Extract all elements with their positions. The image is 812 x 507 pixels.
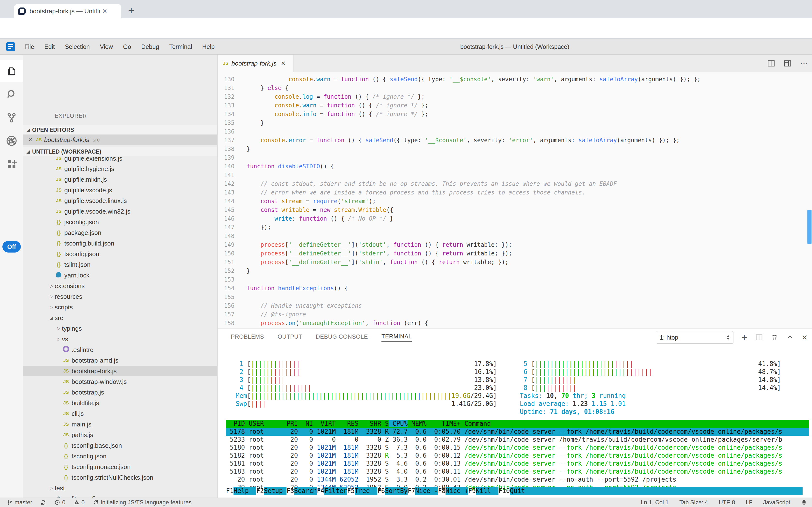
tree-item-gulpfile.hygiene.js[interactable]: JSgulpfile.hygiene.js (23, 164, 217, 174)
tree-item-buildfile.js[interactable]: JSbuildfile.js (23, 398, 217, 408)
warnings-item[interactable]: 0 (74, 499, 84, 506)
close-panel-icon[interactable]: ✕ (802, 333, 808, 342)
terminal[interactable]: 1 [||||||||||||| 17.8%] 2 [|||||||||||||… (217, 346, 812, 498)
chevron-closed-icon[interactable]: ▷ (56, 336, 62, 342)
process-row-5180[interactable]: 5180 root 20 0 1021M 181M 3328 S 7.3 0.6… (226, 444, 809, 452)
split-editor-icon[interactable] (767, 59, 775, 67)
open-editors-header[interactable]: ◢ OPEN EDITORS (23, 125, 217, 134)
tree-item-jsconfig.json[interactable]: {}jsconfig.json (23, 217, 217, 227)
tree-item-tsconfig.json[interactable]: {}tsconfig.json (23, 451, 217, 461)
process-row-5183[interactable]: 5183 root 20 0 1021M 181M 3328 S 4.0 0.6… (226, 467, 809, 475)
tree-item-paths.js[interactable]: JSpaths.js (23, 430, 217, 440)
new-terminal-icon[interactable]: + (741, 333, 747, 342)
tree-item-.eslintrc[interactable]: .eslintrc (23, 344, 217, 355)
split-terminal-icon[interactable] (755, 334, 763, 341)
terminal-select[interactable]: 1: htop (656, 331, 734, 344)
git-branch-item[interactable]: master (7, 499, 32, 506)
tree-item-tsconfig.build.json[interactable]: {}tsconfig.build.json (23, 238, 217, 249)
menu-help[interactable]: Help (197, 43, 220, 50)
sync-icon[interactable] (40, 499, 46, 506)
editor-scrollbar[interactable] (807, 210, 812, 244)
open-editor-item[interactable]: ✕ JS bootstrap-fork.js src (23, 134, 217, 145)
bell-icon[interactable] (801, 499, 807, 506)
panel-tab-output[interactable]: OUTPUT (277, 333, 302, 342)
file-tree: JSgulpfile.extensions.jsJSgulpfile.hygie… (23, 157, 217, 498)
tree-item-tsconfig.base.json[interactable]: {}tsconfig.base.json (23, 440, 217, 451)
menu-go[interactable]: Go (118, 43, 136, 50)
editor-layout-icon[interactable] (784, 59, 792, 67)
tree-item-tslint.json[interactable]: {}tslint.json (23, 259, 217, 270)
sidebar-title: EXPLORER (55, 113, 87, 119)
process-row-5182[interactable]: 5182 root 20 0 1021M 181M 3328 R 5.3 0.6… (226, 452, 809, 460)
menu-edit[interactable]: Edit (39, 43, 60, 50)
code-editor[interactable]: 1301311321331341351361371381391401411421… (217, 72, 812, 329)
tree-item-bootstrap-amd.js[interactable]: JSbootstrap-amd.js (23, 355, 217, 366)
tree-item-.editorconfig[interactable]: ⚙.editorconfig (23, 494, 217, 498)
tree-item-tsconfig.monaco.json[interactable]: {}tsconfig.monaco.json (23, 461, 217, 472)
extensions-icon[interactable] (0, 153, 23, 175)
tree-item-gulpfile.vscode.linux.js[interactable]: JSgulpfile.vscode.linux.js (23, 195, 217, 206)
tree-item-gulpfile.extensions.js[interactable]: JSgulpfile.extensions.js (23, 157, 217, 164)
panel-tab-terminal[interactable]: TERMINAL (381, 333, 412, 342)
menu-debug[interactable]: Debug (136, 43, 164, 50)
chevron-closed-icon[interactable]: ▷ (48, 486, 55, 491)
tree-item-scripts[interactable]: ▷scripts (23, 302, 217, 313)
debug-off-icon[interactable] (0, 130, 23, 152)
chevron-closed-icon[interactable]: ▷ (56, 326, 62, 331)
tree-item-tsconfig.strictNullChecks.json[interactable]: {}tsconfig.strictNullChecks.json (23, 472, 217, 483)
tree-item-gulpfile.mixin.js[interactable]: JSgulpfile.mixin.js (23, 174, 217, 185)
process-row-5233[interactable]: 5233 root 20 0 0 0 0 Z 36.3 0.0 0:02.79 … (226, 436, 809, 444)
tree-item-yarn.lock[interactable]: yarn.lock (23, 270, 217, 281)
status-ln-1-col-1[interactable]: Ln 1, Col 1 (641, 499, 669, 506)
tree-item-gulpfile.vscode.win32.js[interactable]: JSgulpfile.vscode.win32.js (23, 206, 217, 217)
source-control-icon[interactable] (0, 106, 23, 129)
close-icon[interactable]: ✕ (28, 137, 33, 143)
vscode-titlebar: FileEditSelectionViewGoDebugTerminalHelp… (0, 39, 812, 55)
close-icon[interactable]: ✕ (281, 60, 286, 67)
tab-close-icon[interactable]: ✕ (102, 7, 107, 15)
status-utf-8[interactable]: UTF-8 (719, 499, 735, 506)
tree-item-bootstrap.js[interactable]: JSbootstrap.js (23, 387, 217, 398)
activity-bar: Off ⚙ (0, 55, 23, 498)
chevron-closed-icon[interactable]: ▷ (48, 304, 55, 310)
tree-item-cli.js[interactable]: JScli.js (23, 408, 217, 419)
tree-item-vs[interactable]: ▷vs (23, 334, 217, 344)
menu-file[interactable]: File (19, 43, 39, 50)
tree-item-test[interactable]: ▷test (23, 483, 217, 494)
status-javascript[interactable]: JavaScript (763, 499, 790, 506)
menu-view[interactable]: View (95, 43, 118, 50)
process-row-5181[interactable]: 5181 root 20 0 1021M 181M 3328 S 4.6 0.6… (226, 460, 809, 467)
chevron-open-icon[interactable]: ◢ (48, 315, 55, 321)
tree-item-extensions[interactable]: ▷extensions (23, 281, 217, 291)
search-icon[interactable] (0, 83, 23, 106)
editor-tab-active[interactable]: JS bootstrap-fork.js ✕ (217, 55, 294, 72)
tree-item-tsconfig.json[interactable]: {}tsconfig.json (23, 249, 217, 259)
explorer-icon[interactable] (0, 60, 23, 82)
chevron-closed-icon[interactable]: ▷ (48, 283, 55, 289)
tree-item-bootstrap-window.js[interactable]: JSbootstrap-window.js (23, 376, 217, 387)
menu-selection[interactable]: Selection (60, 43, 95, 50)
maximize-panel-icon[interactable] (786, 334, 794, 341)
status-badge[interactable]: Off (2, 241, 21, 252)
tree-item-src[interactable]: ◢src (23, 313, 217, 323)
process-row-5178[interactable]: 5178 root 20 0 1021M 181M 3328 R 72.7 0.… (226, 428, 809, 436)
tree-item-resources[interactable]: ▷resources (23, 291, 217, 302)
tree-item-main.js[interactable]: JSmain.js (23, 419, 217, 430)
chevron-closed-icon[interactable]: ▷ (48, 294, 55, 299)
tree-item-gulpfile.vscode.js[interactable]: JSgulpfile.vscode.js (23, 185, 217, 195)
menu-terminal[interactable]: Terminal (164, 43, 197, 50)
status-tab-size-4[interactable]: Tab Size: 4 (679, 499, 708, 506)
status-lf[interactable]: LF (746, 499, 753, 506)
process-row-20[interactable]: 20 root 20 0 1344M 62052 1952 S 3.3 0.2 … (226, 475, 809, 484)
errors-item[interactable]: 0 (54, 499, 65, 506)
tree-item-package.json[interactable]: {}package.json (23, 227, 217, 238)
tree-item-typings[interactable]: ▷typings (23, 323, 217, 334)
panel-tab-debug-console[interactable]: DEBUG CONSOLE (316, 333, 368, 342)
workspace-header[interactable]: ◢ UNTITLED (WORKSPACE) (23, 147, 217, 156)
tree-item-bootstrap-fork.js[interactable]: JSbootstrap-fork.js (23, 366, 217, 376)
kill-terminal-icon[interactable] (771, 334, 778, 341)
new-tab-button[interactable]: + (128, 5, 134, 16)
browser-tab[interactable]: bootstrap-fork.js — Untitled (W ✕ (14, 4, 121, 18)
panel-tab-problems[interactable]: PROBLEMS (231, 333, 264, 342)
more-actions-icon[interactable]: ⋯ (800, 59, 808, 68)
